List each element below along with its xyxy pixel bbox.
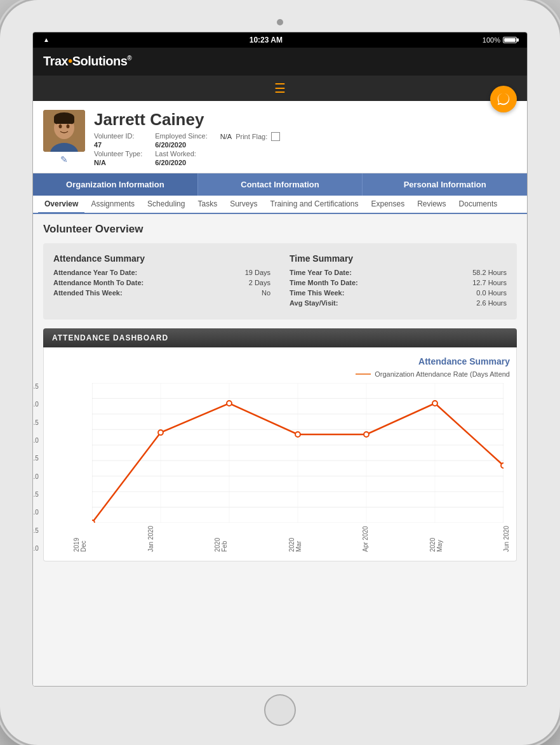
subtab-expenses[interactable]: Expenses bbox=[364, 196, 411, 214]
chart-container: Attendance Summary Organization Attendan… bbox=[43, 347, 517, 561]
avatar-wrap: ✎ bbox=[43, 110, 85, 164]
chart-legend: Organization Attendance Rate (Days Atten… bbox=[50, 370, 510, 378]
x-label-2: Feb 2020 bbox=[214, 525, 228, 552]
svg-point-27 bbox=[295, 432, 300, 437]
subtab-documents[interactable]: Documents bbox=[453, 196, 504, 214]
x-axis-labels: Dec 2019 Jan 2020 Feb 2020 Mar 2020 Apr … bbox=[73, 525, 510, 552]
battery-text: 100% bbox=[483, 36, 500, 44]
chart-svg-area bbox=[92, 383, 503, 523]
time-row-2: Time This Week: 0.0 Hours bbox=[290, 289, 507, 297]
subtab-tasks[interactable]: Tasks bbox=[191, 196, 223, 214]
svg-point-3 bbox=[59, 124, 62, 128]
subtab-assignments[interactable]: Assignments bbox=[84, 196, 141, 214]
time-row-0: Time Year To Date: 58.2 Hours bbox=[290, 269, 507, 276]
logo: Trax•Solutions® bbox=[43, 54, 131, 69]
attendance-summary-block: Attendance Summary Attendance Year To Da… bbox=[53, 253, 270, 309]
attendance-summary-title: Attendance Summary bbox=[53, 253, 270, 264]
print-flag-na: N/A bbox=[220, 133, 232, 140]
profile-name: Jarrett Cainey bbox=[94, 110, 517, 130]
battery-icon bbox=[503, 37, 517, 43]
attendance-row-2: Attended This Week: No bbox=[53, 289, 270, 297]
employed-since-value: 6/20/2020 bbox=[155, 141, 208, 149]
x-label-6: Jun 2020 bbox=[503, 525, 510, 552]
legend-line bbox=[356, 373, 371, 375]
time-summary-block: Time Summary Time Year To Date: 58.2 Hou… bbox=[290, 253, 507, 309]
profile-info: Jarrett Cainey Volunteer ID: 47 Voluntee… bbox=[94, 110, 517, 166]
svg-point-26 bbox=[227, 401, 232, 406]
tablet-screen: ▲ 10:23 AM 100% Trax•Solutions® ☰ bbox=[32, 32, 528, 687]
employed-since-group: Employed Since: 6/20/2020 Last Worked: 6… bbox=[155, 132, 208, 166]
svg-point-24 bbox=[92, 520, 95, 523]
subtab-surveys[interactable]: Surveys bbox=[223, 196, 263, 214]
edit-icon[interactable]: ✎ bbox=[43, 154, 85, 164]
svg-point-28 bbox=[364, 432, 369, 437]
last-worked-label: Last Worked: bbox=[155, 150, 208, 158]
tab-organization-information[interactable]: Organization Information bbox=[33, 173, 198, 196]
volunteer-type-label: Volunteer Type: bbox=[94, 150, 142, 158]
home-button[interactable] bbox=[264, 694, 296, 726]
summary-card: Attendance Summary Attendance Year To Da… bbox=[43, 243, 517, 319]
subtab-reviews[interactable]: Reviews bbox=[411, 196, 452, 214]
volunteer-id-label: Volunteer ID: bbox=[94, 132, 142, 140]
time-row-1: Time Month To Date: 12.7 Hours bbox=[290, 279, 507, 286]
time-summary-title: Time Summary bbox=[290, 253, 507, 264]
tab-header: Organization Information Contact Informa… bbox=[33, 173, 527, 196]
volunteer-overview-title: Volunteer Overview bbox=[43, 223, 517, 236]
x-label-3: Mar 2020 bbox=[288, 525, 302, 552]
x-label-4: Apr 2020 bbox=[362, 525, 369, 552]
profile-section: ✎ Jarrett Cainey Volunteer ID: 47 Volunt… bbox=[33, 101, 527, 173]
svg-point-30 bbox=[501, 463, 503, 468]
svg-point-29 bbox=[432, 401, 437, 406]
avatar bbox=[43, 110, 85, 152]
attendance-row-1: Attendance Month To Date: 2 Days bbox=[53, 279, 270, 286]
status-bar: ▲ 10:23 AM 100% bbox=[33, 32, 527, 48]
top-nav: Trax•Solutions® bbox=[33, 48, 527, 76]
x-label-1: Jan 2020 bbox=[147, 525, 154, 552]
sub-tabs: Overview Assignments Scheduling Tasks Su… bbox=[33, 196, 527, 214]
attendance-row-0: Attendance Year To Date: 19 Days bbox=[53, 269, 270, 276]
last-worked-value: 6/20/2020 bbox=[155, 159, 208, 166]
employed-since-label: Employed Since: bbox=[155, 132, 208, 140]
main-content: Volunteer Overview Attendance Summary At… bbox=[33, 214, 527, 686]
wifi-icon: ▲ bbox=[43, 36, 50, 43]
legend-label: Organization Attendance Rate (Days Atten… bbox=[375, 370, 510, 378]
time-row-3: Avg Stay/Visit: 2.6 Hours bbox=[290, 299, 507, 307]
volunteer-type-value: N/A bbox=[94, 159, 142, 166]
chart-title: Attendance Summary bbox=[50, 356, 510, 366]
volunteer-id-group: Volunteer ID: 47 Volunteer Type: N/A bbox=[94, 132, 142, 166]
subtab-training[interactable]: Training and Certifications bbox=[264, 196, 365, 214]
tablet-camera bbox=[277, 19, 283, 25]
volunteer-id-value: 47 bbox=[94, 141, 142, 149]
dashboard-header: ATTENDANCE DASHBOARD bbox=[43, 328, 517, 347]
tab-contact-information[interactable]: Contact Information bbox=[198, 173, 363, 196]
chart-svg bbox=[92, 383, 503, 523]
x-label-5: May 2020 bbox=[429, 525, 443, 552]
clock: 10:23 AM bbox=[250, 36, 283, 44]
chat-bubble-icon[interactable] bbox=[490, 86, 517, 112]
x-label-0: Dec 2019 bbox=[73, 525, 87, 552]
svg-rect-6 bbox=[54, 116, 74, 124]
y-axis-labels: 4.5 4.0 3.5 3.0 2.5 2.0 1.5 1.0 0.5 0.0 bbox=[33, 383, 39, 552]
subtab-overview[interactable]: Overview bbox=[38, 196, 84, 214]
svg-point-25 bbox=[158, 430, 163, 435]
svg-point-4 bbox=[67, 124, 70, 128]
tab-personal-information[interactable]: Personal Information bbox=[363, 173, 527, 196]
profile-meta: Volunteer ID: 47 Volunteer Type: N/A Emp… bbox=[94, 132, 517, 166]
tablet-shell: ▲ 10:23 AM 100% Trax•Solutions® ☰ bbox=[0, 0, 560, 745]
print-flag-checkbox[interactable] bbox=[271, 132, 280, 141]
print-flag-group: N/A Print Flag: bbox=[220, 132, 280, 166]
attendance-dashboard: ATTENDANCE DASHBOARD Attendance Summary … bbox=[43, 328, 517, 561]
chart-area-wrapper: 4.5 4.0 3.5 3.0 2.5 2.0 1.5 1.0 0.5 0.0 bbox=[50, 383, 510, 552]
print-flag-label: Print Flag: bbox=[236, 133, 267, 140]
subtab-scheduling[interactable]: Scheduling bbox=[141, 196, 191, 214]
hamburger-icon[interactable]: ☰ bbox=[274, 81, 286, 96]
menu-bar: ☰ bbox=[33, 76, 527, 101]
